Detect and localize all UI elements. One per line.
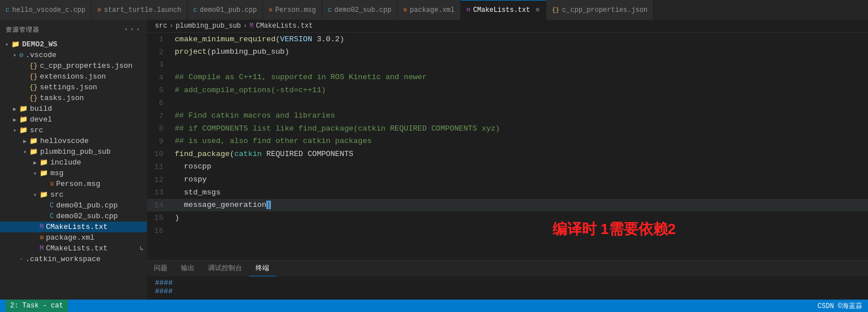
folder-icon: 📁 [11, 40, 20, 49]
json-icon: {} [29, 62, 37, 70]
more-icon[interactable]: ··· [123, 24, 141, 34]
new-file-icon: ↳ [140, 244, 147, 253]
breadcrumb-src: src [155, 22, 167, 30]
cpp-icon: C [50, 202, 54, 210]
tab-start-turtle[interactable]: ≋ start_turtle.launch [92, 0, 187, 20]
panel-tab-output[interactable]: 输出 [174, 261, 201, 276]
panel-tab-debug[interactable]: 调试控制台 [201, 261, 249, 276]
code-line-14: 14 message_generation| [147, 199, 868, 212]
breadcrumb-plumbing: plumbing_pub_sub [176, 22, 241, 30]
breadcrumb: src › plumbing_pub_sub › M CMakeLists.tx… [147, 20, 868, 33]
status-left: 2: Task - cat [6, 300, 68, 312]
code-line-2: 2 project(plumbing_pub_sub) [147, 46, 868, 59]
panel-tab-label: 调试控制台 [208, 263, 242, 273]
sidebar-item-label: tasks.json [40, 94, 84, 102]
tab-c-cpp-props[interactable]: {} c_cpp_properties.json [546, 0, 654, 20]
folder-icon: 📁 [19, 126, 28, 135]
sidebar-item-person-msg[interactable]: ≡ Person.msg [0, 179, 147, 189]
sidebar-item-demo01[interactable]: C demo01_pub.cpp [0, 200, 147, 211]
sidebar-item-c-cpp-props[interactable]: {} c_cpp_properties.json [0, 60, 147, 71]
code-line-15: 15 ) [147, 211, 868, 224]
panel-tabs: 问题 输出 调试控制台 终端 [147, 261, 868, 276]
code-line-7: 7 ## Find catkin macros and libraries [147, 110, 868, 123]
sidebar-item-include[interactable]: ▶ 📁 include [0, 157, 147, 168]
sidebar-item-cmakelists2[interactable]: M CMakeLists.txt ↳ [0, 243, 147, 254]
sidebar-item-label: demo02_sub.cpp [56, 212, 118, 220]
sidebar-item-demo02[interactable]: C demo02_sub.cpp [0, 211, 147, 222]
sidebar-item-tasks[interactable]: {} tasks.json [0, 93, 147, 103]
sidebar-item-root[interactable]: ▾ 📁 DEMO2_WS [0, 39, 147, 50]
sidebar-item-src-inner[interactable]: ▾ 📁 src [0, 189, 147, 200]
sidebar: 资源管理器 ··· ▾ 📁 DEMO2_WS ▾ ⚙ .vscode {} c_… [0, 20, 147, 300]
tab-cmakelists[interactable]: M CMakeLists.txt × [461, 0, 546, 20]
folder-icon: ⚙ [19, 51, 23, 59]
tab-demo01-pub[interactable]: C demo01_pub.cpp [188, 0, 263, 20]
sidebar-item-settings[interactable]: {} settings.json [0, 82, 147, 93]
launch-icon: ≋ [97, 6, 101, 14]
tab-person-msg[interactable]: ≡ Person.msg [263, 0, 322, 20]
msg-icon: ≡ [269, 7, 273, 14]
chevron-down-icon: ▾ [31, 192, 40, 198]
sidebar-item-label: src [30, 126, 43, 135]
chevron-right-icon: ▶ [31, 159, 40, 166]
sidebar-item-extensions[interactable]: {} extensions.json [0, 71, 147, 82]
code-line-16: 16 [147, 224, 868, 237]
json-icon: {} [29, 73, 37, 81]
sidebar-item-label: build [30, 105, 52, 113]
chevron-right-icon: ▶ [20, 138, 29, 145]
folder-icon: 📁 [19, 105, 28, 113]
cpp-icon: C [50, 213, 54, 220]
tab-label: Person.msg [275, 6, 316, 14]
chevron-right-icon: ▶ [10, 116, 19, 123]
sidebar-item-label: devel [30, 115, 52, 124]
chevron-down-icon: ▾ [10, 52, 19, 59]
cmake-icon: M [40, 223, 44, 231]
sidebar-item-label: extensions.json [40, 72, 106, 81]
sidebar-item-plumbing[interactable]: ▾ 📁 plumbing_pub_sub [0, 146, 147, 157]
panel-content: #### #### [147, 276, 868, 300]
code-line-4: 4 ## Compile as C++11, supported in ROS … [147, 71, 868, 84]
sidebar-item-cmakelists[interactable]: M CMakeLists.txt [0, 222, 147, 232]
sidebar-item-vscode[interactable]: ▾ ⚙ .vscode [0, 50, 147, 60]
cmake-icon: M [249, 22, 253, 30]
code-line-6: 6 [147, 97, 868, 110]
sidebar-item-src[interactable]: ▾ 📁 src [0, 125, 147, 136]
status-right: CSDN ©海蓝蒜 [818, 301, 862, 311]
panel-tab-problems[interactable]: 问题 [147, 261, 174, 276]
code-line-9: 9 ## is used, also find other catkin pac… [147, 135, 868, 148]
sidebar-item-hellovscode[interactable]: ▶ 📁 hellovscode [0, 136, 147, 146]
cmake-icon: M [40, 245, 44, 253]
tab-label: start_turtle.launch [104, 6, 182, 14]
folder-icon: 📁 [40, 190, 48, 199]
xml-icon: ≋ [403, 6, 407, 14]
chevron-down-icon: ▾ [10, 127, 19, 134]
sidebar-item-label: plumbing_pub_sub [40, 148, 111, 156]
tab-label: demo01_pub.cpp [200, 6, 257, 14]
sidebar-item-build[interactable]: ▶ 📁 build [0, 103, 147, 114]
root-label: DEMO2_WS [22, 40, 57, 49]
tab-hello-vscode[interactable]: C hello_vscode_c.cpp [0, 0, 92, 20]
breadcrumb-file: CMakeLists.txt [256, 22, 313, 30]
folder-icon: 📁 [29, 137, 38, 145]
sidebar-item-devel[interactable]: ▶ 📁 devel [0, 114, 147, 125]
folder-icon: 📁 [40, 158, 48, 167]
code-editor[interactable]: 1 cmake_minimum_required(VERSION 3.0.2) … [147, 33, 868, 260]
tab-label: demo02_sub.cpp [334, 6, 391, 14]
code-line-11: 11 roscpp [147, 161, 868, 174]
task-status: 2: Task - cat [6, 300, 68, 312]
terminal-line-2: #### [155, 287, 860, 296]
sidebar-item-msg[interactable]: ▾ 📁 msg [0, 168, 147, 179]
terminal-line-1: #### [155, 279, 860, 287]
tab-label: c_cpp_properties.json [562, 6, 647, 14]
code-line-10: 10 find_package(catkin REQUIRED COMPONEN… [147, 148, 868, 161]
panel-tab-label: 问题 [154, 263, 167, 273]
sidebar-header: 资源管理器 ··· [0, 20, 147, 39]
sidebar-item-catkin-workspace[interactable]: · .catkin_workspace [0, 254, 147, 265]
sidebar-item-package-xml[interactable]: ≋ package.xml [0, 232, 147, 243]
panel-tab-terminal[interactable]: 终端 [249, 261, 276, 276]
tab-demo02-sub[interactable]: C demo02_sub.cpp [322, 0, 398, 20]
close-icon[interactable]: × [535, 6, 539, 15]
tab-package-xml[interactable]: ≋ package.xml [398, 0, 461, 20]
code-line-13: 13 std_msgs [147, 186, 868, 199]
folder-icon: 📁 [40, 169, 48, 177]
